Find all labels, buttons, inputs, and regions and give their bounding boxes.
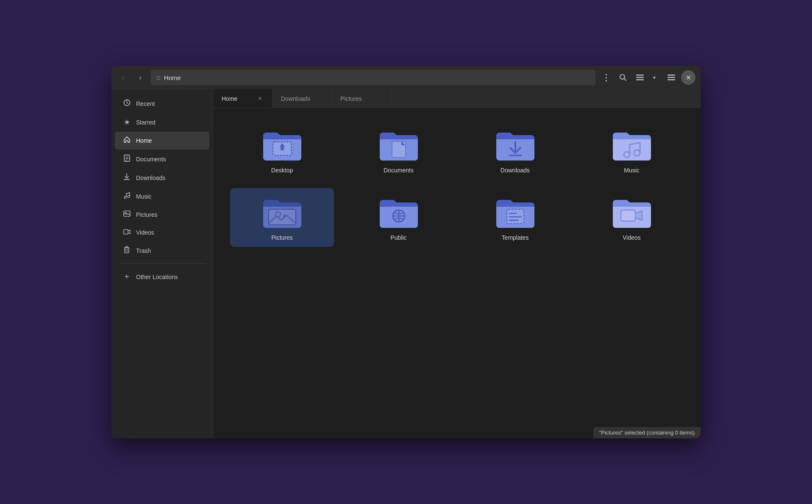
folder-icon-music bbox=[611, 127, 653, 163]
sidebar-item-recent-label: Recent bbox=[136, 100, 155, 107]
file-item-documents-label: Documents bbox=[384, 167, 414, 174]
sidebar: Recent ★ Starred Home bbox=[111, 89, 213, 438]
file-item-videos-label: Videos bbox=[623, 234, 641, 241]
music-icon bbox=[122, 192, 131, 201]
view-toggle: ▼ bbox=[633, 70, 662, 85]
forward-button[interactable]: › bbox=[133, 71, 147, 84]
file-item-music-label: Music bbox=[624, 167, 640, 174]
svg-rect-40 bbox=[269, 209, 296, 225]
titlebar-actions: ⋮ ▼ bbox=[599, 70, 695, 85]
sidebar-item-home[interactable]: Home bbox=[115, 132, 209, 150]
file-item-templates-label: Templates bbox=[502, 234, 529, 241]
sidebar-item-pictures[interactable]: Pictures bbox=[115, 206, 209, 223]
svg-rect-4 bbox=[636, 79, 644, 80]
svg-rect-29 bbox=[281, 147, 284, 150]
more-options-button[interactable]: ⋮ bbox=[599, 70, 613, 85]
sidebar-item-downloads-label: Downloads bbox=[136, 174, 165, 181]
sidebar-item-home-label: Home bbox=[136, 137, 152, 144]
sidebar-item-starred-label: Starred bbox=[136, 119, 156, 126]
titlebar: ‹ › ⌂ Home ⋮ ▼ bbox=[111, 66, 701, 89]
downloads-icon bbox=[122, 173, 131, 183]
folder-icon-templates bbox=[494, 194, 537, 230]
tab-home-close[interactable]: ✕ bbox=[256, 95, 264, 102]
sidebar-item-pictures-label: Pictures bbox=[136, 211, 158, 218]
trash-icon bbox=[122, 246, 131, 255]
sidebar-item-other-locations[interactable]: + Other Locations bbox=[115, 268, 209, 286]
file-area: Desktop Docum bbox=[213, 108, 701, 438]
tab-downloads[interactable]: Downloads bbox=[273, 89, 332, 108]
sidebar-item-videos[interactable]: Videos bbox=[115, 224, 209, 241]
svg-rect-2 bbox=[636, 75, 644, 76]
tab-pictures-label: Pictures bbox=[340, 95, 362, 102]
sidebar-item-recent[interactable]: Recent bbox=[115, 95, 209, 113]
svg-rect-48 bbox=[621, 210, 635, 221]
recent-icon bbox=[122, 99, 131, 108]
tab-downloads-label: Downloads bbox=[281, 95, 310, 102]
sidebar-item-videos-label: Videos bbox=[136, 229, 154, 236]
svg-rect-3 bbox=[636, 77, 644, 78]
sidebar-item-other-locations-label: Other Locations bbox=[136, 274, 178, 280]
svg-rect-6 bbox=[667, 77, 675, 78]
file-item-videos[interactable]: Videos bbox=[580, 188, 684, 247]
folder-icon-videos bbox=[611, 194, 653, 230]
home-icon: ⌂ bbox=[156, 74, 161, 81]
file-manager-window: ‹ › ⌂ Home ⋮ ▼ bbox=[111, 66, 701, 438]
svg-rect-20 bbox=[124, 230, 128, 234]
file-item-documents[interactable]: Documents bbox=[347, 121, 450, 180]
file-item-pictures[interactable]: Pictures bbox=[230, 188, 334, 247]
file-item-public[interactable]: Public bbox=[347, 188, 450, 247]
file-item-desktop[interactable]: Desktop bbox=[230, 121, 334, 180]
list-view-button[interactable] bbox=[633, 70, 647, 85]
main-area: Recent ★ Starred Home bbox=[111, 89, 701, 438]
tabbar: Home ✕ Downloads Pictures bbox=[213, 89, 701, 108]
status-bar: "Pictures" selected (containing 0 items) bbox=[593, 427, 701, 438]
file-item-public-label: Public bbox=[390, 234, 406, 241]
sidebar-item-trash-label: Trash bbox=[136, 247, 151, 254]
folder-icon-downloads bbox=[494, 127, 537, 163]
pictures-icon bbox=[122, 210, 131, 219]
sidebar-item-starred[interactable]: ★ Starred bbox=[115, 114, 209, 131]
svg-line-1 bbox=[624, 79, 626, 81]
file-item-templates[interactable]: Templates bbox=[463, 188, 567, 247]
tab-pictures[interactable]: Pictures bbox=[332, 89, 391, 108]
svg-rect-5 bbox=[667, 75, 675, 76]
hamburger-menu-button[interactable] bbox=[664, 70, 679, 85]
videos-icon bbox=[122, 228, 131, 237]
back-button[interactable]: ‹ bbox=[117, 71, 130, 84]
file-item-desktop-label: Desktop bbox=[271, 167, 293, 174]
sidebar-item-documents[interactable]: Documents bbox=[115, 150, 209, 168]
file-item-downloads-label: Downloads bbox=[501, 167, 530, 174]
file-item-pictures-label: Pictures bbox=[271, 234, 293, 241]
location-bar[interactable]: ⌂ Home bbox=[150, 70, 595, 85]
sidebar-item-documents-label: Documents bbox=[136, 156, 166, 163]
folder-icon-public bbox=[378, 194, 420, 230]
content-area: Home ✕ Downloads Pictures bbox=[213, 89, 701, 438]
close-button[interactable]: ✕ bbox=[681, 70, 695, 85]
folder-icon-documents bbox=[378, 127, 420, 163]
file-item-downloads[interactable]: Downloads bbox=[463, 121, 567, 180]
other-locations-icon: + bbox=[122, 272, 131, 282]
view-dropdown-button[interactable]: ▼ bbox=[647, 70, 662, 85]
svg-line-17 bbox=[126, 193, 130, 194]
svg-rect-7 bbox=[667, 79, 675, 80]
folder-icon-desktop bbox=[261, 127, 303, 163]
sidebar-divider bbox=[118, 263, 206, 264]
tab-home[interactable]: Home ✕ bbox=[213, 89, 273, 108]
svg-rect-21 bbox=[125, 248, 129, 253]
file-grid: Desktop Docum bbox=[230, 121, 684, 247]
sidebar-item-trash[interactable]: Trash bbox=[115, 242, 209, 260]
sidebar-item-downloads[interactable]: Downloads bbox=[115, 169, 209, 187]
tab-home-label: Home bbox=[222, 95, 237, 102]
location-text: Home bbox=[164, 74, 181, 81]
home-sidebar-icon bbox=[122, 136, 131, 145]
documents-icon bbox=[122, 155, 131, 164]
star-icon: ★ bbox=[122, 118, 131, 127]
search-button[interactable] bbox=[616, 70, 630, 85]
sidebar-item-music-label: Music bbox=[136, 193, 152, 200]
folder-icon-pictures bbox=[261, 194, 303, 230]
file-item-music[interactable]: Music bbox=[580, 121, 684, 180]
status-message: "Pictures" selected (containing 0 items) bbox=[599, 429, 695, 436]
sidebar-item-music[interactable]: Music bbox=[115, 188, 209, 205]
